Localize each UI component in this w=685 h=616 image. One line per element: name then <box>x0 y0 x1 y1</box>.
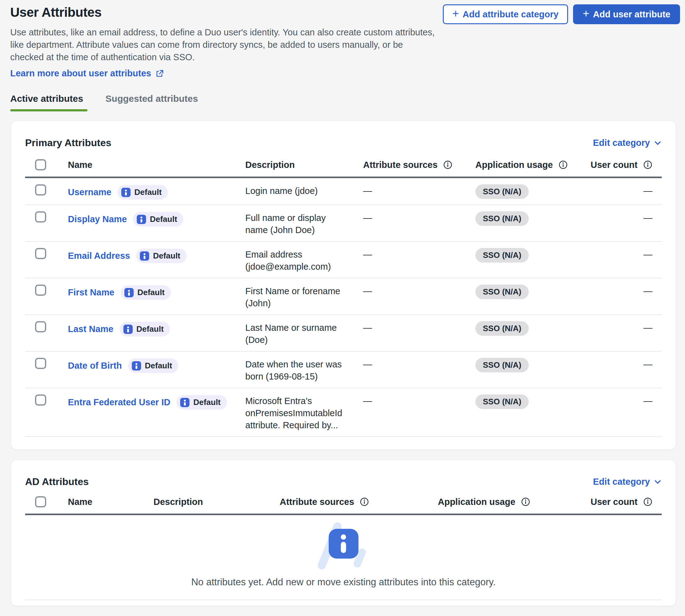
sso-usage-pill: SSO (N/A) <box>475 285 529 299</box>
info-icon[interactable] <box>521 497 530 506</box>
column-header-attribute-sources: Attribute sources <box>280 497 438 507</box>
user-count-value: — <box>589 394 662 407</box>
default-badge: Default <box>117 185 168 200</box>
learn-more-label: Learn more about user attributes <box>10 68 151 79</box>
column-header-name: Name <box>68 160 245 170</box>
user-count-value: — <box>589 358 662 371</box>
badge-info-icon <box>124 288 134 297</box>
attribute-sources-value: — <box>363 211 475 224</box>
user-count-value: — <box>589 248 662 261</box>
default-badge: Default <box>136 248 186 263</box>
attribute-description: Email address (jdoe@example.com) <box>245 248 363 273</box>
table-row-first-name: First Name Default First Name or forenam… <box>25 278 662 315</box>
sso-usage-pill: SSO (N/A) <box>475 248 529 263</box>
default-badge: Default <box>121 285 171 300</box>
attribute-description: Date when the user was born (1969-08-15) <box>245 358 363 383</box>
empty-state-illustration <box>313 523 374 569</box>
primary-table-header: Name Description Attribute sources Appli… <box>25 159 662 178</box>
default-badge: Default <box>120 322 170 336</box>
tab-suggested-attributes[interactable]: Suggested attributes <box>106 93 198 111</box>
tab-active-label: Active attributes <box>10 93 83 104</box>
attribute-sources-label: Attribute sources <box>363 160 437 170</box>
page-description-line-3: checked at the time of authentication vi… <box>10 51 685 63</box>
user-count-label: User count <box>591 160 638 170</box>
info-icon[interactable] <box>443 160 452 170</box>
column-header-name: Name <box>68 497 154 507</box>
column-header-user-count: User count <box>576 497 662 507</box>
page-description-line-1: Use attributes, like an email address, t… <box>10 26 685 39</box>
ad-table-header: Name Description Attribute sources Appli… <box>25 496 662 515</box>
user-count-value: — <box>589 285 662 297</box>
attributes-tabs: Active attributes Suggested attributes <box>10 93 685 111</box>
default-badge: Default <box>133 212 183 226</box>
attribute-description: First Name or forename (John) <box>245 285 363 309</box>
column-header-attribute-sources: Attribute sources <box>363 160 475 170</box>
default-badge-label: Default <box>145 361 172 371</box>
badge-info-icon <box>132 361 141 371</box>
attribute-description: Login name (jdoe) <box>245 184 363 197</box>
default-badge-label: Default <box>134 188 162 197</box>
info-icon[interactable] <box>360 497 369 506</box>
info-icon <box>329 529 359 558</box>
table-row-date-of-birth: Date of Birth Default Date when the user… <box>25 352 662 388</box>
default-badge: Default <box>128 358 178 373</box>
attribute-description: Microsoft Entra's onPremisesImmutableId … <box>245 394 363 431</box>
attribute-name-link[interactable]: Date of Birth <box>68 360 122 372</box>
add-attribute-category-button[interactable]: + Add attribute category <box>443 4 568 24</box>
row-checkbox[interactable] <box>35 248 46 259</box>
default-badge: Default <box>177 395 227 410</box>
select-all-checkbox[interactable] <box>35 159 46 170</box>
sso-usage-pill: SSO (N/A) <box>475 321 529 336</box>
info-icon[interactable] <box>643 497 653 506</box>
row-checkbox[interactable] <box>35 358 46 369</box>
info-icon[interactable] <box>558 160 568 170</box>
column-header-application-usage: Application usage <box>438 497 576 507</box>
ad-empty-state: No attributes yet. Add new or move exist… <box>11 515 676 600</box>
table-row-email-address: Email Address Default Email address (jdo… <box>25 242 662 278</box>
attribute-name-link[interactable]: Entra Federated User ID <box>68 396 170 409</box>
add-user-attribute-button[interactable]: + Add user attribute <box>573 4 680 24</box>
learn-more-link[interactable]: Learn more about user attributes <box>10 68 164 79</box>
row-checkbox[interactable] <box>35 211 46 222</box>
sso-usage-pill: SSO (N/A) <box>475 184 529 199</box>
row-checkbox[interactable] <box>35 184 46 196</box>
page-description: Use attributes, like an email address, t… <box>10 26 685 63</box>
attribute-sources-value: — <box>363 358 475 371</box>
default-badge-label: Default <box>137 288 165 297</box>
empty-state-message: No attributes yet. Add new or move exist… <box>191 577 496 588</box>
table-row-username: Username Default Login name (jdoe) — SSO… <box>25 178 662 205</box>
badge-info-icon <box>121 188 131 197</box>
table-row-entra-federated-user-id: Entra Federated User ID Default Microsof… <box>25 388 662 437</box>
default-badge-label: Default <box>193 398 221 407</box>
attribute-name-link[interactable]: First Name <box>68 286 114 299</box>
user-attributes-page: User Attributes Use attributes, like an … <box>0 0 685 616</box>
attribute-name-link[interactable]: Last Name <box>68 323 114 335</box>
row-checkbox[interactable] <box>35 285 46 296</box>
attribute-sources-value: — <box>363 248 475 261</box>
attribute-description: Full name or display name (John Doe) <box>245 211 363 236</box>
badge-info-icon <box>140 251 149 261</box>
primary-edit-category-button[interactable]: Edit category <box>593 138 662 148</box>
tab-suggested-label: Suggested attributes <box>106 93 198 104</box>
user-count-value: — <box>589 184 662 197</box>
application-usage-label: Application usage <box>475 160 553 170</box>
page-description-line-2: like department. Attribute values can co… <box>10 39 685 51</box>
attribute-name-link[interactable]: Username <box>68 186 111 198</box>
row-checkbox[interactable] <box>35 394 46 405</box>
attribute-name-link[interactable]: Email Address <box>68 250 130 262</box>
user-count-label: User count <box>591 497 638 507</box>
attribute-sources-value: — <box>363 184 475 197</box>
select-all-checkbox[interactable] <box>35 496 46 507</box>
ad-edit-category-button[interactable]: Edit category <box>593 477 662 487</box>
row-checkbox[interactable] <box>35 321 46 332</box>
user-count-value: — <box>589 211 662 224</box>
attribute-sources-label: Attribute sources <box>280 497 354 507</box>
edit-category-label: Edit category <box>593 138 650 148</box>
default-badge-label: Default <box>153 251 180 261</box>
info-icon[interactable] <box>643 160 653 170</box>
tab-active-attributes[interactable]: Active attributes <box>10 93 83 111</box>
primary-section-title: Primary Attributes <box>25 137 111 149</box>
badge-info-icon <box>137 215 146 224</box>
attribute-name-link[interactable]: Display Name <box>68 213 127 225</box>
attribute-sources-value: — <box>363 321 475 334</box>
